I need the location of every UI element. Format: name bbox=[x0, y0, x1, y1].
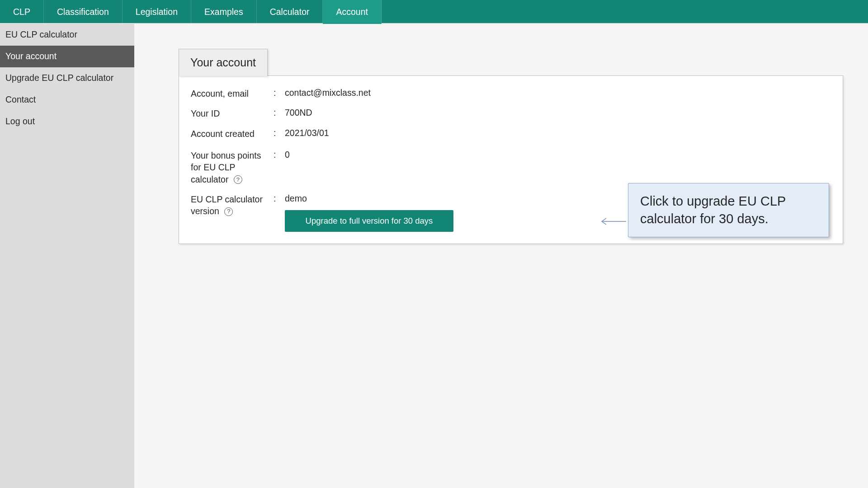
colon: : bbox=[274, 128, 285, 138]
bonus-points-row: Your bonus points for EU CLP calculator … bbox=[191, 150, 831, 185]
nav-account[interactable]: Account bbox=[323, 0, 381, 24]
sidebar: EU CLP calculator Your account Upgrade E… bbox=[0, 24, 134, 488]
account-id-row: Your ID : 700ND bbox=[191, 108, 831, 119]
nav-calculator[interactable]: Calculator bbox=[257, 0, 323, 24]
colon: : bbox=[274, 88, 285, 98]
email-label: Account, email bbox=[191, 88, 274, 99]
version-label: EU CLP calculator version ? bbox=[191, 193, 274, 217]
created-label: Account created bbox=[191, 128, 274, 140]
created-value: 2021/03/01 bbox=[285, 128, 831, 138]
bonus-label: Your bonus points for EU CLP calculator … bbox=[191, 150, 274, 185]
bonus-value: 0 bbox=[285, 150, 831, 160]
sidebar-item-contact[interactable]: Contact bbox=[0, 89, 134, 111]
nav-examples[interactable]: Examples bbox=[191, 0, 257, 24]
nav-clp[interactable]: CLP bbox=[0, 0, 44, 24]
bonus-label-text: Your bonus points for EU CLP calculator bbox=[191, 150, 261, 184]
main-content: Your account Account, email : contact@mi… bbox=[134, 24, 868, 488]
sidebar-item-account[interactable]: Your account bbox=[0, 46, 134, 67]
account-email-row: Account, email : contact@mixclass.net bbox=[191, 88, 831, 99]
nav-classification[interactable]: Classification bbox=[44, 0, 123, 24]
help-icon[interactable]: ? bbox=[234, 175, 242, 184]
nav-legislation[interactable]: Legislation bbox=[123, 0, 191, 24]
callout-text: Click to upgrade EU CLP calculator for 3… bbox=[640, 192, 817, 228]
upgrade-callout: Click to upgrade EU CLP calculator for 3… bbox=[628, 183, 829, 237]
upgrade-button[interactable]: Upgrade to full version for 30 days bbox=[285, 210, 453, 232]
callout-arrow-icon bbox=[598, 217, 626, 228]
colon: : bbox=[274, 193, 285, 204]
colon: : bbox=[274, 108, 285, 118]
help-icon[interactable]: ? bbox=[224, 207, 233, 216]
colon: : bbox=[274, 150, 285, 160]
id-value: 700ND bbox=[285, 108, 831, 118]
sidebar-item-upgrade[interactable]: Upgrade EU CLP calculator bbox=[0, 67, 134, 89]
email-value: contact@mixclass.net bbox=[285, 88, 831, 98]
id-label: Your ID bbox=[191, 108, 274, 119]
sidebar-item-logout[interactable]: Log out bbox=[0, 111, 134, 132]
page-title: Your account bbox=[179, 49, 268, 76]
top-nav: CLP Classification Legislation Examples … bbox=[0, 0, 868, 24]
account-created-row: Account created : 2021/03/01 bbox=[191, 128, 831, 140]
sidebar-item-calculator[interactable]: EU CLP calculator bbox=[0, 24, 134, 46]
